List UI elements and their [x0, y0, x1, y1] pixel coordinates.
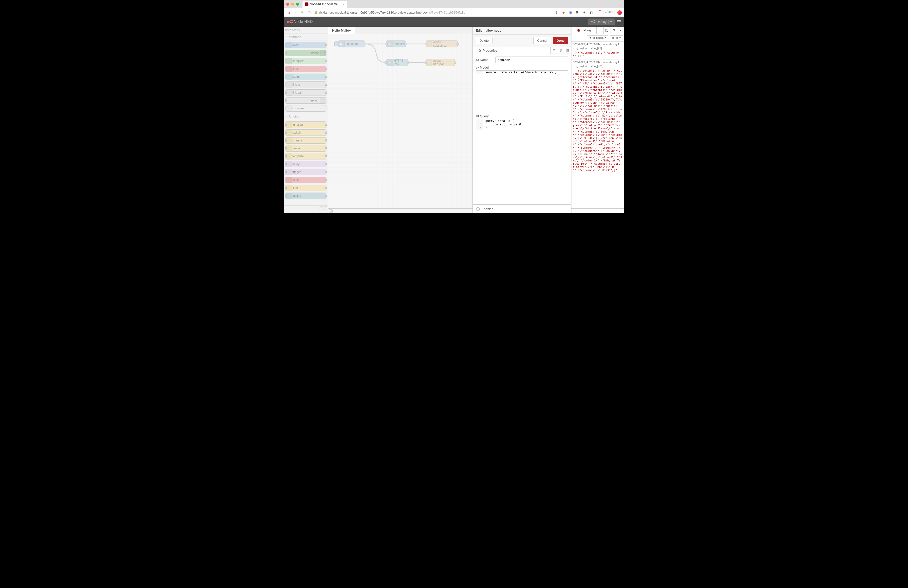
extension-icon-1[interactable]: ▣	[568, 10, 573, 15]
palette-node-catch[interactable]: catch	[285, 66, 327, 72]
back-button[interactable]: ◁	[286, 11, 291, 14]
workspace: Hello Malloy ▶ timestamp	[328, 27, 473, 213]
sidebar-popout-button[interactable]: ⧉	[620, 209, 623, 212]
close-window-icon[interactable]	[286, 3, 289, 6]
wallet-icon[interactable]: ▭	[596, 10, 601, 15]
brave-shield-icon[interactable]: ◆	[561, 10, 566, 15]
enabled-label: Enabled	[481, 207, 493, 211]
favicon-icon	[305, 2, 308, 6]
workspace-search-button[interactable]: ⌕	[329, 209, 333, 213]
node-type-icon	[285, 58, 292, 64]
palette-node-comment[interactable]: comment	[285, 105, 327, 111]
node-type-icon	[285, 66, 292, 72]
menu-button[interactable]	[617, 20, 621, 23]
share-icon[interactable]: ⇪	[554, 10, 559, 15]
deploy-dropdown-icon[interactable]: ▾	[609, 20, 612, 24]
extension-icon-2[interactable]: ⛨	[575, 10, 580, 15]
vpn-badge[interactable]: VPN	[603, 11, 615, 14]
tray-title: Edit malloy node	[473, 27, 571, 35]
deploy-button[interactable]: Deploy ▾	[588, 19, 615, 25]
palette-node-debug[interactable]: debug	[285, 50, 327, 56]
tab-settings-button[interactable]: ⚙	[551, 47, 557, 54]
palette-collapse-down-button[interactable]: ˅	[324, 206, 327, 210]
query-editor[interactable]: 1query: data -> {2 project: column03}	[476, 119, 568, 161]
palette-node-status[interactable]: status	[285, 74, 327, 80]
tab-description-button[interactable]: 🗐	[557, 47, 564, 54]
new-tab-button[interactable]: +	[349, 2, 352, 7]
tab-debug[interactable]: 🐞 debug	[572, 27, 597, 34]
tab-help[interactable]: 🕮	[604, 27, 610, 34]
node-label: exec	[292, 178, 299, 182]
palette-node-inject[interactable]: inject	[285, 42, 327, 48]
palette-node-delay[interactable]: delay	[285, 161, 327, 168]
palette-category[interactable]: common	[284, 34, 328, 40]
address-bar[interactable]: 🔒 ricklamers-musical-telegram-5g964x59gw…	[314, 11, 465, 14]
palette-node-link-out[interactable]: link out	[285, 97, 327, 104]
palette-node-change[interactable]: change	[285, 137, 327, 144]
debug-msg-header: 3/29/2023, 4:32:52 PMnode: debug 1	[572, 60, 624, 64]
node-label: complete	[292, 59, 304, 63]
model-editor[interactable]: 1source: data is table('duckdb:data.csv'…	[476, 70, 568, 112]
browser-tab[interactable]: Node-RED : ricklamers-musical... ×	[303, 1, 347, 8]
url-host: ricklamers-musical-telegram-5g964x59gwc7…	[319, 11, 428, 14]
debug-msg-content[interactable]: " [{\"column0\":\"John\",\"column1\":\"D…	[572, 69, 624, 174]
bookmark-icon[interactable]: ▢	[307, 11, 311, 14]
forward-button[interactable]: ▷	[293, 11, 298, 14]
extensions-menu-icon[interactable]: ✦	[582, 10, 586, 15]
node-label: link call	[292, 91, 302, 94]
tab-info[interactable]: i	[597, 27, 604, 34]
tab-more[interactable]: ▾	[617, 27, 624, 34]
tab-title: Node-RED : ricklamers-musical...	[310, 2, 341, 6]
debug-msg-content[interactable]: "[{\"column0\":1},{\"column0\":3}]"	[572, 51, 624, 60]
brave-logo-icon[interactable]	[617, 10, 622, 15]
editor-tray: Edit malloy node Delete Cancel Done ✿ Pr…	[473, 27, 571, 213]
clear-all-button[interactable]: 🗑 all ▾	[610, 35, 623, 40]
node-label: malloy	[292, 194, 301, 198]
bug-icon: 🐞	[576, 28, 581, 32]
funnel-icon: ▼	[589, 36, 592, 39]
maximize-window-icon[interactable]	[296, 3, 299, 6]
palette-node-complete[interactable]: complete	[285, 58, 327, 64]
node-label: link out	[310, 99, 319, 102]
palette-node-template[interactable]: template	[285, 153, 327, 159]
palette-node-range[interactable]: range	[285, 145, 327, 151]
close-tab-icon[interactable]: ×	[343, 2, 345, 6]
flow-canvas[interactable]: ▶ timestamp ⩕ data.csv 🗎 output-subset.j…	[328, 34, 473, 208]
url-path: /#flow/3747bf199254fa3b	[429, 11, 465, 14]
palette-node-exec[interactable]: exec	[285, 177, 327, 183]
palette-node-function[interactable]: function	[285, 121, 327, 128]
palette-filter-input[interactable]	[285, 28, 327, 32]
tab-config[interactable]: ⚙	[610, 27, 617, 34]
palette-node-filter[interactable]: filter	[285, 185, 327, 191]
palette-node-switch[interactable]: switch	[285, 129, 327, 136]
node-type-icon	[285, 105, 292, 111]
svg-rect-1	[291, 20, 293, 21]
name-input[interactable]	[496, 56, 568, 63]
tab-properties[interactable]: ✿ Properties	[475, 47, 501, 54]
model-label: 🏷Model	[476, 66, 568, 69]
palette-node-malloy[interactable]: malloy	[285, 193, 327, 199]
tabs-dropdown-icon[interactable]: ⌄	[619, 2, 622, 6]
reload-button[interactable]: ⟳	[300, 11, 304, 14]
palette-node-link-call[interactable]: link call	[285, 89, 327, 96]
window-controls[interactable]	[286, 3, 299, 6]
palette-node-link-in[interactable]: link in	[285, 81, 327, 88]
flow-tab[interactable]: Hello Malloy	[328, 27, 355, 34]
delete-button[interactable]: Delete	[476, 37, 493, 44]
palette-node-trigger[interactable]: trigger	[285, 169, 327, 175]
sidebar-toggle-icon[interactable]: ◧	[589, 10, 593, 15]
palette-collapse-up-button[interactable]: ˄	[320, 206, 323, 210]
tag-icon: 🏷	[476, 66, 479, 69]
app-title: Node-RED	[294, 19, 312, 24]
filter-nodes-button[interactable]: ▼ all nodes ▾	[587, 35, 608, 40]
node-type-icon	[285, 74, 292, 80]
tab-appearance-button[interactable]: ▦	[564, 47, 571, 54]
enabled-toggle[interactable]	[476, 207, 480, 211]
svg-rect-4	[594, 20, 595, 21]
minimize-window-icon[interactable]	[291, 3, 294, 6]
done-button[interactable]: Done	[553, 37, 568, 44]
palette-category[interactable]: function	[284, 113, 328, 120]
trash-icon: 🗑	[612, 36, 615, 39]
cancel-button[interactable]: Cancel	[533, 37, 551, 44]
name-label: 🏷Name	[476, 58, 493, 62]
